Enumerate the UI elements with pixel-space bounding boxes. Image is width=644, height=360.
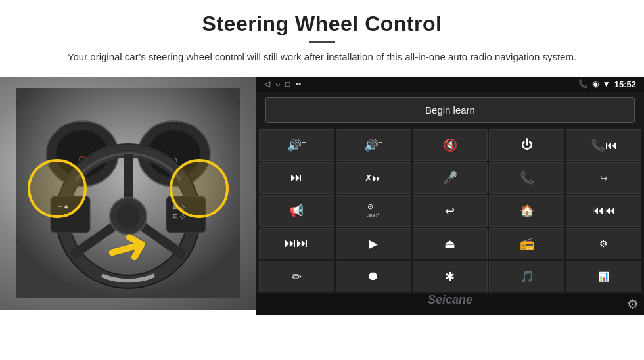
left-highlight-circle <box>28 159 87 218</box>
edit-button[interactable]: ✏ <box>259 261 334 292</box>
vol-down-icon: 🔊− <box>364 138 382 152</box>
speaker-button[interactable]: 📢 <box>259 195 334 227</box>
call-button[interactable]: 📞 <box>489 162 564 194</box>
360-icon: ⊙360° <box>367 202 380 219</box>
home-nav-icon: ○ <box>275 79 280 89</box>
mute-icon: 🔇 <box>443 138 457 152</box>
power-button[interactable]: ⏻ <box>489 129 564 161</box>
eject-icon: ⏏ <box>444 236 455 251</box>
call-icon: 📞 <box>520 171 534 185</box>
statusbar-left: ◁ ○ □ ▪▪ <box>264 79 301 89</box>
vol-down-button[interactable]: 🔊− <box>336 129 411 161</box>
music-icon: 🎵 <box>520 269 534 284</box>
radio-button[interactable]: 📻 <box>489 228 564 259</box>
mute-button[interactable]: 🔇 <box>413 129 488 161</box>
vol-up-icon: 🔊+ <box>287 138 306 152</box>
eq-icon: ⚙ <box>599 238 608 249</box>
control-button-grid: 🔊+ 🔊− 🔇 ⏻ 📞⏮ ⏭ <box>256 128 644 294</box>
equalizer-icon: 📊 <box>598 271 609 282</box>
skip-fwd-icon: ✗⏭ <box>365 173 382 183</box>
fast-fwd-button[interactable]: ⏭⏭ <box>259 228 334 259</box>
mic-icon: 🎤 <box>443 171 457 185</box>
right-highlight-circle <box>170 159 229 218</box>
car-image-section: ○ ⊙ + ✱ − <box>0 77 256 310</box>
wifi-icon: ▼ <box>603 79 610 89</box>
mic-button[interactable]: 🎤 <box>413 162 488 194</box>
begin-learn-button[interactable]: Begin learn <box>265 97 635 123</box>
navigate-icon: ▶ <box>369 236 378 251</box>
bluetooth-button[interactable]: ✱ <box>413 261 488 292</box>
content-row: ○ ⊙ + ✱ − <box>0 77 644 310</box>
edit-icon: ✏ <box>292 269 302 284</box>
status-time: 15:52 <box>614 79 636 89</box>
android-screen-inner: Begin learn 🔊+ 🔊− 🔇 ⏻ <box>256 92 644 315</box>
hangup-button[interactable]: ↪ <box>566 162 641 194</box>
page-container: Steering Wheel Control Your original car… <box>0 0 644 360</box>
title-divider <box>309 41 335 43</box>
phone-status-icon: 📞 <box>578 79 588 89</box>
hangup-icon: ↪ <box>600 173 608 183</box>
next-track-icon: ⏭ <box>290 171 302 185</box>
statusbar-right: 📞 ◉ ▼ 15:52 <box>578 79 636 89</box>
header-section: Steering Wheel Control Your original car… <box>0 0 644 72</box>
back-nav-icon: ◁ <box>264 79 270 89</box>
gps-icon: ◉ <box>592 79 599 89</box>
eject-button[interactable]: ⏏ <box>413 228 488 259</box>
phone-prev-button[interactable]: 📞⏮ <box>566 129 641 161</box>
equalizer-button[interactable]: 📊 <box>566 261 641 292</box>
fast-fwd-icon: ⏭⏭ <box>285 236 308 250</box>
home-button[interactable]: 🏠 <box>489 195 564 227</box>
prev-track-button[interactable]: ⏮⏮ <box>566 195 641 227</box>
speaker-icon: 📢 <box>289 204 304 218</box>
subtitle-text: Your original car’s steering wheel contr… <box>53 50 591 65</box>
360-view-button[interactable]: ⊙360° <box>336 195 411 227</box>
bluetooth-icon: ✱ <box>445 269 455 284</box>
navigate-button[interactable]: ▶ <box>336 228 411 259</box>
power-icon: ⏻ <box>521 138 533 152</box>
home-icon: 🏠 <box>520 204 534 218</box>
record-button[interactable]: ⏺ <box>336 261 411 292</box>
phone-prev-icon: 📞⏮ <box>591 138 617 152</box>
android-statusbar: ◁ ○ □ ▪▪ 📞 ◉ ▼ 15:52 <box>256 77 644 92</box>
bottom-bar: ⚙ <box>256 294 644 315</box>
recents-nav-icon: □ <box>285 79 290 89</box>
svg-text:⊡  ◇: ⊡ ◇ <box>173 213 185 219</box>
radio-icon: 📻 <box>520 236 534 251</box>
page-title: Steering Wheel Control <box>39 12 605 36</box>
back-button[interactable]: ↩ <box>413 195 488 227</box>
back-icon: ↩ <box>445 204 455 218</box>
gear-settings-icon[interactable]: ⚙ <box>627 296 639 312</box>
signal-icon: ▪▪ <box>296 79 302 89</box>
skip-fwd-button[interactable]: ✗⏭ <box>336 162 411 194</box>
record-icon: ⏺ <box>367 269 379 283</box>
next-track-button[interactable]: ⏭ <box>259 162 334 194</box>
android-screen: ◁ ○ □ ▪▪ 📞 ◉ ▼ 15:52 Begin learn <box>256 77 644 310</box>
eq-button[interactable]: ⚙ <box>566 228 641 259</box>
vol-up-button[interactable]: 🔊+ <box>259 129 334 161</box>
music-button[interactable]: 🎵 <box>489 261 564 292</box>
prev-track-icon: ⏮⏮ <box>592 204 616 217</box>
